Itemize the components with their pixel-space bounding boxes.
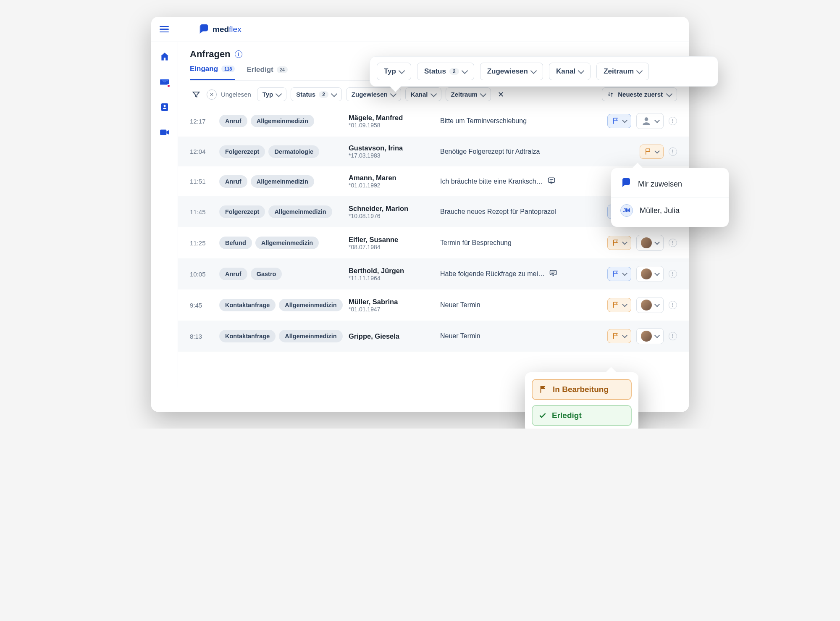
tag: Allgemeinmedizin bbox=[251, 115, 314, 127]
row-tags: AnrufGastro bbox=[219, 268, 341, 280]
chevron-down-icon bbox=[622, 118, 627, 123]
row-tags: BefundAllgemeinmedizin bbox=[219, 237, 341, 249]
info-icon[interactable]: i bbox=[235, 50, 242, 58]
tag: Allgemeinmedizin bbox=[279, 330, 342, 342]
warning-icon[interactable]: ! bbox=[669, 301, 677, 309]
assign-button[interactable] bbox=[636, 297, 664, 313]
warning-icon[interactable]: ! bbox=[669, 270, 677, 278]
warning-icon[interactable]: ! bbox=[669, 332, 677, 340]
assign-button[interactable] bbox=[636, 113, 664, 129]
row-subject: Brauche neues Rezept für Pantoprazol bbox=[440, 208, 600, 216]
tab-count: 24 bbox=[277, 66, 288, 73]
chat-icon[interactable] bbox=[549, 269, 557, 279]
filter-bar: ✕ Ungelesen Typ Status2 Zugewiesen Kanal… bbox=[190, 87, 677, 101]
status-done[interactable]: Erledigt bbox=[532, 405, 632, 426]
chevron-down-icon bbox=[654, 333, 660, 338]
assign-popover: Mir zuweisen JM Müller, Julia bbox=[611, 168, 729, 227]
unread-dot-icon bbox=[167, 84, 171, 88]
chevron-down-icon bbox=[578, 68, 585, 74]
rail-contacts-icon[interactable] bbox=[158, 101, 171, 113]
rail-video-icon[interactable] bbox=[158, 126, 171, 139]
tab-done[interactable]: Erledigt 24 bbox=[247, 65, 288, 80]
table-row[interactable]: 9:45 KontaktanfrageAllgemeinmedizin Müll… bbox=[190, 289, 677, 321]
filter-channel[interactable]: Kanal bbox=[405, 87, 441, 101]
warning-icon[interactable]: ! bbox=[669, 239, 677, 247]
tag: Allgemeinmedizin bbox=[268, 205, 332, 218]
row-actions: ! bbox=[607, 297, 677, 313]
table-row[interactable]: 12:04 FolgerezeptDermatologie Gustavson,… bbox=[178, 137, 689, 166]
flag-button[interactable] bbox=[607, 298, 631, 312]
flag-button[interactable] bbox=[607, 329, 631, 343]
side-rail bbox=[151, 42, 178, 412]
float-filter-period[interactable]: Zeitraum bbox=[596, 63, 649, 80]
sort-button[interactable]: Neueste zuerst bbox=[602, 87, 677, 101]
filter-type[interactable]: Typ bbox=[257, 87, 287, 101]
status-popover: In Bearbeitung Erledigt bbox=[525, 372, 638, 429]
assign-self[interactable]: Mir zuweisen bbox=[611, 171, 729, 197]
row-time: 9:45 bbox=[190, 302, 212, 309]
chevron-down-icon bbox=[331, 90, 338, 97]
brand-thin: flex bbox=[229, 25, 242, 34]
table-row[interactable]: 11:25 BefundAllgemeinmedizin Eifler, Sus… bbox=[190, 227, 677, 258]
tag: Anruf bbox=[219, 175, 247, 188]
remove-filter-icon[interactable]: ✕ bbox=[207, 89, 217, 100]
table-row[interactable]: 10:05 AnrufGastro Berthold, Jürgen *11.1… bbox=[178, 258, 689, 289]
row-patient: Eifler, Susanne *08.07.1984 bbox=[349, 236, 433, 250]
row-subject: Termin für Besprechung bbox=[440, 239, 600, 247]
float-filter-assigned[interactable]: Zugewiesen bbox=[480, 63, 543, 80]
row-subject: Neuer Termin bbox=[440, 332, 600, 340]
table-row[interactable]: 8:13 KontaktanfrageAllgemeinmedizin Grip… bbox=[178, 321, 689, 352]
row-actions: ! bbox=[607, 113, 677, 129]
filter-status[interactable]: Status2 bbox=[291, 87, 342, 101]
svg-rect-5 bbox=[550, 270, 556, 275]
rail-inbox-icon[interactable] bbox=[158, 76, 171, 88]
chat-icon[interactable] bbox=[547, 176, 556, 187]
assign-user[interactable]: JM Müller, Julia bbox=[611, 197, 729, 224]
chevron-down-icon bbox=[654, 118, 660, 123]
menu-icon[interactable] bbox=[160, 26, 169, 33]
assign-button[interactable] bbox=[636, 235, 664, 251]
chevron-down-icon bbox=[654, 271, 660, 276]
patient-name: Schneider, Marion bbox=[349, 205, 433, 213]
avatar bbox=[641, 331, 652, 342]
tab-label: Eingang bbox=[190, 65, 218, 73]
float-filter-status[interactable]: Status2 bbox=[417, 63, 474, 80]
row-patient: Berthold, Jürgen *11.11.1964 bbox=[349, 267, 433, 282]
svg-rect-4 bbox=[548, 178, 554, 182]
tab-inbox[interactable]: Eingang 118 bbox=[190, 65, 235, 80]
patient-name: Müller, Sabrina bbox=[349, 298, 433, 306]
row-subject: Habe folgende Rückfrage zu mei… bbox=[440, 269, 600, 279]
tag: Dermatologie bbox=[268, 145, 319, 158]
chevron-down-icon bbox=[636, 68, 643, 74]
avatar bbox=[641, 268, 652, 279]
float-filter-channel[interactable]: Kanal bbox=[549, 63, 591, 80]
clear-filters-icon[interactable]: ✕ bbox=[495, 90, 507, 99]
avatar-initials: JM bbox=[620, 204, 633, 217]
warning-icon[interactable]: ! bbox=[669, 117, 677, 125]
table-row[interactable]: 12:17 AnrufAllgemeinmedizin Mägele, Manf… bbox=[190, 105, 677, 137]
row-time: 8:13 bbox=[190, 333, 212, 340]
patient-dob: *10.08.1976 bbox=[349, 213, 433, 219]
flag-button[interactable] bbox=[607, 114, 631, 128]
patient-name: Amann, Maren bbox=[349, 174, 433, 182]
chevron-down-icon bbox=[480, 90, 487, 97]
flag-button[interactable] bbox=[640, 145, 664, 159]
row-patient: Amann, Maren *01.01.1992 bbox=[349, 174, 433, 189]
row-time: 11:45 bbox=[190, 208, 212, 216]
filter-icon[interactable] bbox=[190, 88, 202, 101]
flag-button[interactable] bbox=[607, 267, 631, 281]
assign-button[interactable] bbox=[636, 328, 664, 344]
table-row[interactable]: 11:51 AnrufAllgemeinmedizin Amann, Maren… bbox=[190, 166, 677, 196]
float-filter-type[interactable]: Typ bbox=[377, 63, 411, 80]
chevron-down-icon bbox=[461, 68, 468, 74]
logo-mark-icon bbox=[198, 24, 209, 34]
flag-button[interactable] bbox=[607, 236, 631, 250]
status-processing[interactable]: In Bearbeitung bbox=[532, 379, 632, 400]
chevron-down-icon bbox=[622, 239, 627, 245]
assign-button[interactable] bbox=[636, 266, 664, 282]
row-time: 10:05 bbox=[190, 271, 212, 278]
warning-icon[interactable]: ! bbox=[669, 147, 677, 156]
row-tags: FolgerezeptDermatologie bbox=[219, 145, 341, 158]
filter-period[interactable]: Zeitraum bbox=[446, 87, 491, 101]
rail-home-icon[interactable] bbox=[158, 50, 171, 63]
